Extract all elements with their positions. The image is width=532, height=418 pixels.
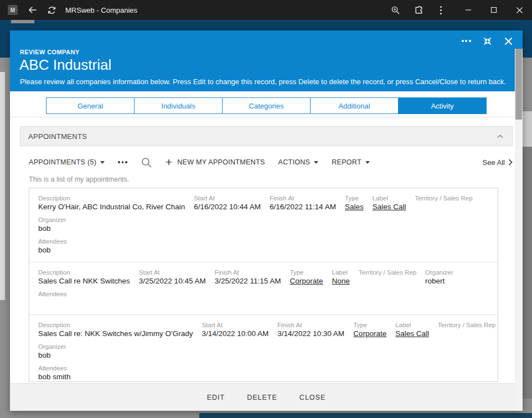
kebab-menu-icon <box>440 6 442 14</box>
zoom-button[interactable] <box>386 2 405 18</box>
appointments-filter-dropdown[interactable]: APPOINTMENTS (5) <box>29 158 105 166</box>
chevron-right-icon <box>508 159 513 166</box>
field-label: Type <box>353 322 386 328</box>
dialog-scrollbar[interactable] <box>515 49 523 411</box>
tab-categories[interactable]: Categories <box>222 97 311 114</box>
type-link[interactable]: Corporate <box>290 277 323 286</box>
type-link[interactable]: Corporate <box>353 329 386 339</box>
field-label: Label <box>373 195 406 202</box>
appointment-row[interactable]: Description Kerry O'Hair, ABC Industrial… <box>29 188 498 262</box>
field-value: Kerry O'Hair, ABC Industrial Co, River C… <box>38 203 185 212</box>
actions-label: ACTIONS <box>278 158 311 166</box>
field-label: Organizer <box>425 269 453 276</box>
app-favicon: M <box>8 5 18 15</box>
dialog-collapse-button[interactable] <box>479 34 495 48</box>
appointment-row[interactable]: Description Sales Call re NKK Switches S… <box>29 262 498 315</box>
plus-icon: + <box>166 158 173 166</box>
field-label: Label <box>395 322 429 328</box>
field-value: 6/16/2022 10:44 AM <box>194 203 261 212</box>
new-my-appointments-button[interactable]: + NEW MY APPOINTMENTS <box>166 158 265 166</box>
close-button[interactable]: CLOSE <box>293 389 332 406</box>
field-value: robert <box>425 277 453 286</box>
finish-at-field: Finish At 3/25/2022 11:15 AM <box>215 269 281 286</box>
field-value <box>438 329 495 339</box>
field-value: Sales Call re NKK Switches <box>38 277 130 286</box>
label-field: Label None <box>332 269 350 286</box>
extensions-icon <box>414 5 424 16</box>
extensions-button[interactable] <box>409 2 428 18</box>
report-dropdown[interactable]: REPORT <box>332 158 370 166</box>
tab-individuals[interactable]: Individuals <box>134 97 223 114</box>
attendees-field: Attendees bob smith <box>38 365 71 382</box>
delete-button[interactable]: DELETE <box>240 389 284 406</box>
label-link[interactable]: Sales Call <box>395 329 429 339</box>
toolbar-more-button[interactable] <box>118 161 127 163</box>
type-link[interactable]: Sales <box>345 203 364 212</box>
background-fragment <box>11 20 34 23</box>
refresh-button[interactable] <box>42 2 61 18</box>
dialog-close-icon <box>504 37 513 46</box>
field-label: Organizer <box>38 216 66 223</box>
field-label: Finish At <box>277 322 344 328</box>
dialog-header: REVIEW COMPANY ABC Industrial Please rev… <box>10 30 523 91</box>
scrollbar-thumb[interactable] <box>515 49 522 120</box>
window-close-button[interactable] <box>507 0 532 20</box>
field-label: Start At <box>139 269 206 276</box>
appointment-row[interactable]: Description Sales Call re: NKK Switches … <box>29 315 498 382</box>
field-label: Description <box>38 322 193 328</box>
field-value: bob <box>38 351 66 360</box>
minimize-button[interactable] <box>456 0 481 20</box>
browser-menu-button[interactable] <box>431 2 450 18</box>
finish-at-field: Finish At 3/14/2022 10:30 AM <box>277 322 344 339</box>
see-all-label: See All <box>483 158 505 167</box>
tab-general[interactable]: General <box>46 97 135 114</box>
caret-down-icon <box>314 161 318 164</box>
back-button[interactable] <box>23 2 42 18</box>
background-fragment <box>0 72 5 300</box>
maximize-button[interactable] <box>481 0 507 20</box>
field-label: Start At <box>194 195 261 202</box>
field-value: bob <box>38 224 66 234</box>
maximize-icon <box>490 7 497 13</box>
field-value: 3/25/2022 11:15 AM <box>215 277 281 286</box>
chevron-up-icon <box>496 133 504 140</box>
type-field: Type Sales <box>345 195 364 212</box>
type-field: Type Corporate <box>353 322 386 339</box>
report-label: REPORT <box>332 158 361 166</box>
attendees-field: Attendees <box>38 291 67 308</box>
field-label: Attendees <box>38 291 67 297</box>
territory-field: Territory / Sales Rep <box>359 269 416 286</box>
dialog-title: ABC Industrial <box>19 56 111 74</box>
background-fragment <box>523 147 532 399</box>
appointments-list: Description Kerry O'Hair, ABC Industrial… <box>29 188 498 382</box>
dialog-eyebrow: REVIEW COMPANY <box>20 49 79 55</box>
field-label: Label <box>332 269 350 276</box>
field-value: 3/14/2022 10:30 AM <box>277 329 344 339</box>
label-link[interactable]: Sales Call <box>373 203 406 212</box>
tab-activity[interactable]: Activity <box>398 97 487 114</box>
label-link[interactable]: None <box>332 277 350 286</box>
finish-at-field: Finish At 6/16/2022 11:14 AM <box>270 195 336 212</box>
edit-button[interactable]: EDIT <box>200 389 231 406</box>
search-button[interactable] <box>141 157 152 168</box>
see-all-link[interactable]: See All <box>483 158 513 167</box>
field-label: Type <box>290 269 323 276</box>
new-label: NEW MY APPOINTMENTS <box>177 158 265 166</box>
zoom-icon <box>391 6 400 15</box>
description-field: Description Sales Call re NKK Switches <box>38 269 130 286</box>
tab-additional[interactable]: Additional <box>310 97 399 114</box>
start-at-field: Start At 6/16/2022 10:44 AM <box>194 195 261 212</box>
field-value <box>38 298 67 308</box>
description-field: Description Sales Call re: NKK Switches … <box>38 322 193 339</box>
field-label: Finish At <box>270 195 336 202</box>
type-field: Type Corporate <box>290 269 323 286</box>
organizer-field: Organizer bob <box>38 343 66 360</box>
dialog-more-button[interactable] <box>458 34 474 48</box>
minimize-icon <box>465 7 472 13</box>
field-value <box>415 203 472 212</box>
dialog-close-button[interactable] <box>500 34 516 48</box>
more-icon <box>462 40 471 42</box>
actions-dropdown[interactable]: ACTIONS <box>278 158 319 166</box>
appointments-section-header[interactable]: APPOINTMENTS <box>20 126 513 146</box>
territory-field: Territory / Sales Rep <box>415 195 472 212</box>
